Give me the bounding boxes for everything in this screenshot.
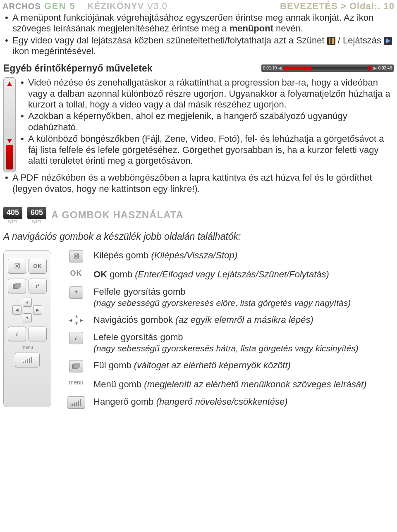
buttons-intro: A navigációs gombok a készülék jobb olda…: [3, 231, 394, 243]
button-row-ok: OK OK gomb (Enter/Elfogad vagy Lejátszás…: [65, 269, 394, 280]
button-row-nav: ▲▼ ◀▶ Navigációs gombok (az egyik elemrő…: [65, 315, 394, 325]
tab-switch-icon: [69, 360, 83, 372]
device-panel-illustration: ⊠ OK ↱ ▲ ▼ ◀ ▶ ↲ menu: [3, 250, 57, 415]
list-item: A PDF nézőkében és a webböngészőben a la…: [3, 172, 394, 194]
dpad-icon: ▲▼ ◀▶: [70, 315, 82, 325]
button-row-menu: menu Menü gomb (megjeleníti az elérhető …: [65, 379, 394, 390]
time-left: 0:01:10: [261, 66, 278, 71]
page-header: ARCHOS GEN 5 KÉZIKÖNYV V3.0 BEVEZETÉS > …: [0, 0, 397, 12]
speed-up-icon: ↱: [69, 286, 83, 299]
time-right: 0:02:46: [377, 66, 394, 71]
list-item: A különböző böngészőkben (Fájl, Zene, Vi…: [19, 134, 394, 166]
ok-icon: OK: [70, 269, 82, 278]
list-item: Egy video vagy dal lejátszása közben szü…: [3, 35, 394, 57]
volume-icon: [67, 396, 85, 409]
product-gen: GEN 5: [44, 1, 76, 12]
button-row-exit: ⊠ Kilépés gomb (Kilépés/Vissza/Stop): [65, 250, 394, 262]
section-badges: 405 WIFI 605 WIFI A GOMBOK HASZNÁLATA: [3, 207, 394, 224]
button-row-speed-down: ↲ Lefele gyorsítás gomb(nagy sebességű g…: [65, 332, 394, 353]
button-row-tab: Fül gomb (váltogat az elérhető képernyők…: [65, 360, 394, 372]
breadcrumb: BEVEZETÉS > Oldal:. 10: [280, 1, 395, 12]
intro-bullet-list: A menüpont funkciójának végrehajtásához …: [3, 12, 394, 57]
list-item: Azokban a képernyőkben, ahol ez megjelen…: [19, 111, 394, 133]
brand-logo: ARCHOS: [2, 2, 41, 11]
device-dpad: ▲ ▼ ◀ ▶: [11, 298, 44, 322]
volume-slider-illustration: [3, 77, 17, 172]
menu-icon: menu: [69, 379, 83, 386]
play-icon: [384, 37, 392, 45]
device-exit-button: ⊠: [8, 259, 26, 274]
device-volume-button: [15, 353, 40, 367]
device-speed-up-button: ↱: [29, 279, 47, 293]
pdf-bullet-list: A PDF nézőkében és a webböngészőben a la…: [3, 172, 394, 194]
device-tab-button: [8, 279, 26, 293]
buttons-section-title: A GOMBOK HASZNÁLATA: [51, 209, 184, 221]
manual-title: KÉZIKÖNYV V3.0: [87, 1, 167, 12]
button-row-speed-up: ↱ Felfele gyorsítás gomb(nagy sebességű …: [65, 286, 394, 308]
device-ok-button: OK: [29, 259, 47, 274]
device-menu-label: menu: [7, 345, 48, 350]
speed-down-icon: ↲: [69, 332, 83, 344]
list-item: Videó nézése és zenehallgatáskor a rákat…: [19, 77, 394, 110]
list-item: A menüpont funkciójának végrehajtásához …: [3, 12, 394, 34]
model-badge-605: 605: [27, 207, 46, 219]
mid-bullet-list: Videó nézése és zenehallgatáskor a rákat…: [19, 77, 394, 166]
exit-icon: ⊠: [69, 250, 83, 262]
model-badge-405: 405: [3, 207, 22, 219]
device-menu-button: [29, 327, 47, 341]
device-speed-down-button: ↲: [8, 327, 26, 341]
pause-icon: [327, 37, 335, 45]
progress-bar-illustration: 0:01:10 ◀ ▶ 0:02:46: [261, 64, 394, 74]
button-row-volume: Hangerő gomb (hangerő növelése/csökkenté…: [65, 396, 394, 409]
button-descriptions: ⊠ Kilépés gomb (Kilépés/Vissza/Stop) OK …: [65, 250, 394, 415]
